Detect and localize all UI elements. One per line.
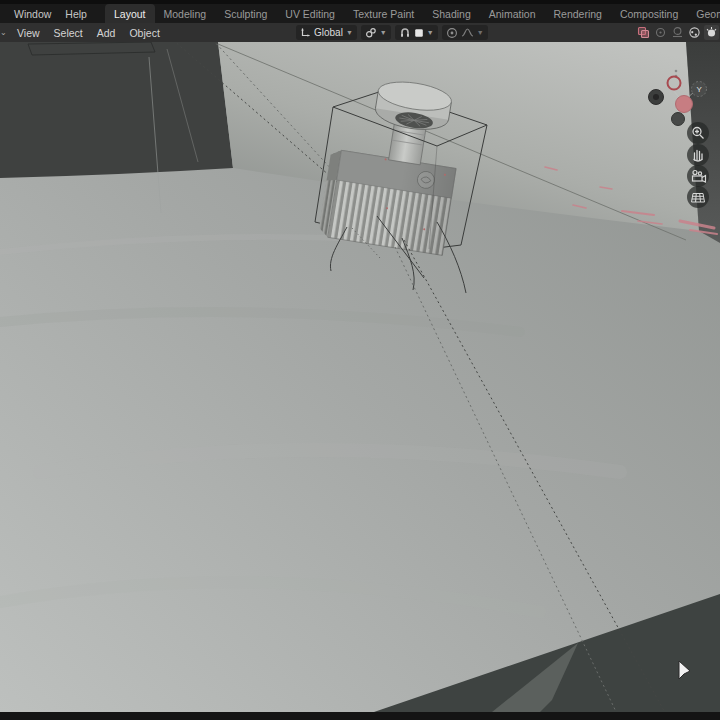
proportional-circle-icon <box>446 27 458 39</box>
gizmo-axis-ball-bottom[interactable] <box>672 113 685 126</box>
menu-window[interactable]: Window <box>8 6 57 22</box>
menu-view[interactable]: View <box>10 25 47 41</box>
snapping-control[interactable]: ▼ <box>395 25 438 40</box>
pivot-point-dropdown[interactable]: ▼ <box>361 25 391 40</box>
tab-sculpting[interactable]: Sculpting <box>215 4 276 23</box>
workspace-tabs: Layout Modeling Sculpting UV Editing Tex… <box>105 4 720 23</box>
proportional-editing-control[interactable]: ▼ <box>442 25 488 40</box>
topbar: Window Help Layout Modeling Sculpting UV… <box>0 4 720 23</box>
pivot-point-icon <box>365 27 377 39</box>
chevron-down-icon: ⌄ <box>0 28 7 37</box>
blender-window: { "topbar": { "menus": [ {"label": "Wind… <box>0 0 720 720</box>
gizmo-axis-pink-ball[interactable] <box>676 96 693 113</box>
show-overlays-icon[interactable] <box>670 25 685 40</box>
chevron-down-icon: ▼ <box>477 29 484 36</box>
camera-view-button[interactable] <box>687 165 709 187</box>
move-view-button[interactable] <box>687 144 709 166</box>
bottle-shading <box>328 150 456 255</box>
chevron-down-icon: ▼ <box>427 29 434 36</box>
tab-modeling[interactable]: Modeling <box>155 4 216 23</box>
transform-widgets: Global ▼ ▼ ▼ <box>296 25 488 40</box>
menu-add[interactable]: Add <box>90 25 123 41</box>
menu-object[interactable]: Object <box>122 25 166 41</box>
tab-compositing[interactable]: Compositing <box>611 4 687 23</box>
tab-uv-editing[interactable]: UV Editing <box>276 4 344 23</box>
orientation-axes-icon <box>300 27 311 38</box>
orthographic-toggle-button[interactable] <box>687 186 709 208</box>
falloff-curve-icon <box>461 27 474 38</box>
snap-increment-icon <box>414 28 424 38</box>
gizmo-ball-center <box>653 94 659 100</box>
shading-material-preview-icon[interactable] <box>687 25 702 40</box>
transform-orientation-dropdown[interactable]: Global ▼ <box>296 25 357 40</box>
tab-rendering[interactable]: Rendering <box>544 4 610 23</box>
tab-animation[interactable]: Animation <box>480 4 545 23</box>
show-gizmos-icon[interactable] <box>653 25 668 40</box>
menu-help[interactable]: Help <box>59 6 93 22</box>
dark-floor-region <box>0 42 233 178</box>
menu-select[interactable]: Select <box>47 25 90 41</box>
magnet-icon <box>399 27 411 39</box>
tab-texture-paint[interactable]: Texture Paint <box>344 4 423 23</box>
3d-viewport[interactable]: Y <box>0 42 720 720</box>
zoom-button[interactable] <box>687 122 709 144</box>
editor-type-selector[interactable]: ⌄ <box>0 28 10 37</box>
transform-orientation-value: Global <box>314 27 343 38</box>
viewport-header: ⌄ View Select Add Object Global ▼ ▼ <box>0 23 720 42</box>
gizmo-y-label: Y <box>697 85 703 94</box>
bottom-window-strip <box>0 712 720 720</box>
tab-shading[interactable]: Shading <box>423 4 480 23</box>
chevron-down-icon: ▼ <box>346 29 353 36</box>
chevron-down-icon: ▼ <box>380 29 387 36</box>
viewport-display-toggles <box>636 25 719 40</box>
tab-geometry-nodes[interactable]: Geometry Nodes <box>687 4 720 23</box>
toggle-xray-icon[interactable] <box>636 25 651 40</box>
shading-rendered-icon[interactable] <box>704 25 719 40</box>
gizmo-dot <box>675 70 678 73</box>
tab-layout[interactable]: Layout <box>105 4 155 23</box>
